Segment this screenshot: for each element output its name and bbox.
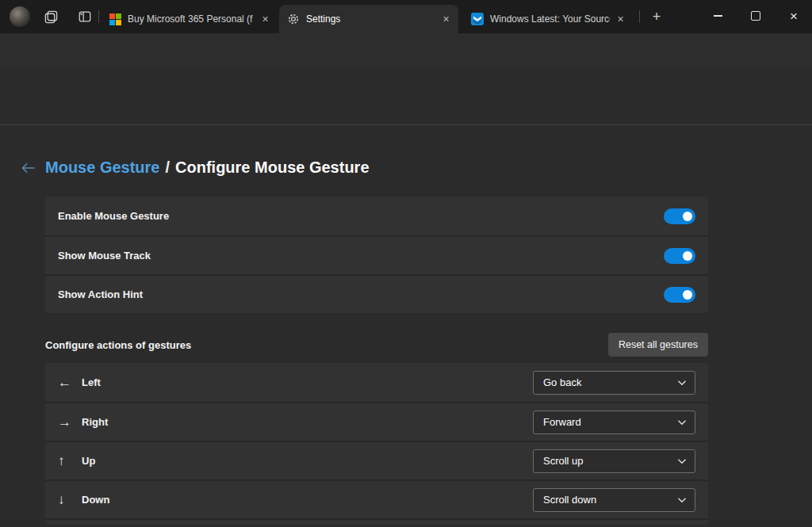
breadcrumb-back-icon[interactable] (20, 161, 36, 175)
reset-all-gestures-button[interactable]: Reset all gestures (608, 333, 708, 357)
tab-title: Settings (306, 13, 435, 25)
dropdown-value: Go back (543, 376, 677, 388)
setting-row-show-mouse-track: Show Mouse Track (45, 235, 708, 274)
windows-latest-logo-icon (471, 13, 484, 25)
breadcrumb: Mouse Gesture/Configure Mouse Gesture (20, 158, 370, 177)
show-action-hint-toggle[interactable] (664, 287, 695, 303)
gesture-row-down: ↓ Down Scroll down (45, 479, 708, 518)
profile-avatar[interactable] (10, 6, 30, 27)
gesture-action-dropdown-left[interactable]: Go back (533, 371, 695, 395)
arrow-left-icon: ← (58, 375, 82, 391)
breadcrumb-current: Configure Mouse Gesture (175, 158, 369, 176)
gesture-row-left: ← Left Go back (45, 363, 708, 402)
arrow-right-icon: → (58, 414, 82, 430)
breadcrumb-divider: / (165, 158, 170, 176)
gesture-row-right: → Right Forward (45, 402, 708, 441)
chevron-down-icon (677, 458, 687, 464)
tab-windows-latest[interactable]: Windows Latest: Your Source × (463, 5, 633, 33)
tab-settings[interactable]: Settings × (279, 5, 458, 33)
gesture-action-dropdown-down[interactable]: Scroll down (533, 488, 695, 512)
gesture-direction: Down (82, 494, 109, 506)
gesture-row-up: ↑ Up Scroll up (45, 441, 708, 479)
tab-title: Windows Latest: Your Source (490, 13, 610, 25)
gesture-action-dropdown-up[interactable]: Scroll up (533, 449, 695, 473)
dropdown-value: Forward (543, 416, 677, 428)
tab-strip-divider (639, 10, 640, 23)
gestures-section-header: Configure actions of gestures Reset all … (45, 333, 708, 357)
workspaces-icon[interactable] (41, 7, 60, 26)
gear-icon (287, 13, 300, 25)
partial-next-row (45, 518, 708, 525)
window-close-button[interactable]: × (778, 3, 810, 29)
setting-label: Show Action Hint (58, 288, 143, 300)
setting-label: Show Mouse Track (58, 250, 151, 262)
tab-actions-icon[interactable] (75, 7, 94, 26)
chevron-down-icon (677, 497, 687, 503)
microsoft-logo-icon (109, 13, 121, 25)
gesture-direction: Left (82, 376, 101, 388)
chevron-down-icon (677, 419, 687, 426)
enable-mouse-gesture-toggle[interactable] (664, 208, 695, 224)
new-tab-button[interactable]: + (647, 7, 666, 26)
tab-close-icon[interactable]: × (258, 12, 273, 27)
browser-window: Buy Microsoft 365 Personal (f × Settings… (0, 0, 812, 527)
settings-header: Settings × (0, 66, 812, 125)
setting-row-show-action-hint: Show Action Hint (45, 274, 708, 313)
toggles-card: Enable Mouse Gesture Show Mouse Track Sh… (45, 197, 708, 313)
dropdown-value: Scroll down (543, 494, 677, 506)
gesture-direction: Up (82, 455, 95, 467)
tab-close-icon[interactable]: × (439, 12, 454, 27)
window-minimize-button[interactable] (702, 3, 733, 29)
browser-toolbar: Edge | edge://settings/mouseGesture?sear… (0, 33, 812, 66)
tab-close-icon[interactable]: × (613, 12, 628, 27)
tab-strip-divider (98, 10, 99, 23)
settings-content: Mouse Gesture/Configure Mouse Gesture En… (0, 126, 812, 527)
tab-strip: Buy Microsoft 365 Personal (f × Settings… (0, 0, 812, 33)
gestures-card: ← Left Go back → Right Forward ↑ Up (45, 363, 708, 525)
window-maximize-button[interactable] (740, 3, 772, 29)
arrow-up-icon: ↑ (58, 453, 82, 469)
show-mouse-track-toggle[interactable] (664, 248, 695, 264)
arrow-down-icon: ↓ (58, 492, 82, 508)
setting-label: Enable Mouse Gesture (58, 210, 169, 222)
breadcrumb-parent-link[interactable]: Mouse Gesture (45, 158, 159, 176)
chevron-down-icon (677, 380, 687, 386)
gesture-direction: Right (82, 416, 108, 428)
tab-buy-microsoft-365[interactable]: Buy Microsoft 365 Personal (f × (102, 5, 278, 33)
gesture-action-dropdown-right[interactable]: Forward (533, 411, 695, 434)
setting-row-enable-mouse-gesture: Enable Mouse Gesture (45, 197, 708, 235)
section-title: Configure actions of gestures (45, 339, 191, 351)
dropdown-value: Scroll up (543, 455, 677, 467)
tab-title: Buy Microsoft 365 Personal (f (128, 13, 255, 25)
